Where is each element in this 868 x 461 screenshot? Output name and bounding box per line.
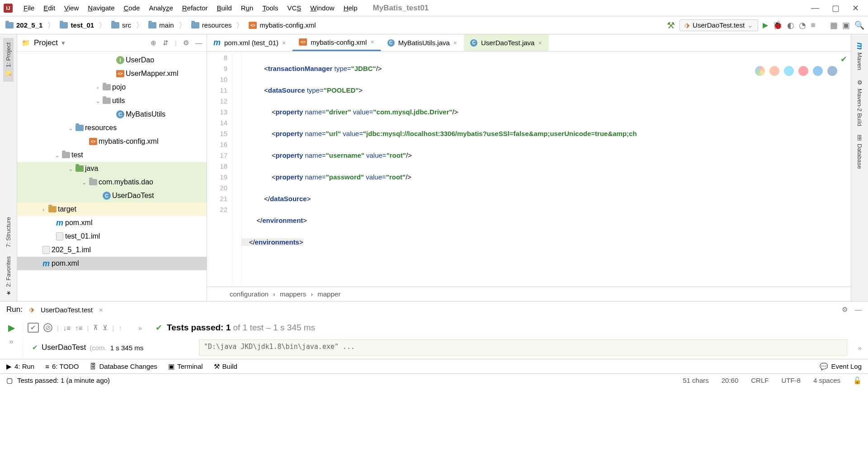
tree-iml[interactable]: test_01.iml: [17, 230, 207, 243]
run-anything-icon[interactable]: ▣: [842, 20, 850, 30]
search-icon[interactable]: 🔍: [854, 20, 864, 30]
tree-pom[interactable]: mpom.xml: [17, 216, 207, 230]
more-icon[interactable]: »: [852, 344, 868, 352]
tree-target[interactable]: ›target: [17, 202, 207, 216]
tab-database[interactable]: 🗄Database: [854, 131, 865, 174]
status-line-ending[interactable]: CRLF: [751, 376, 769, 385]
bottom-terminal[interactable]: ▣Terminal: [168, 362, 203, 371]
main-area: 📁1: Project 7: Structure ★2: Favorites 📁…: [0, 34, 868, 301]
up-icon[interactable]: ↑: [118, 324, 122, 332]
disable-icon[interactable]: ⊘: [43, 323, 52, 332]
menu-code[interactable]: Code: [119, 2, 145, 14]
menu-help[interactable]: Help: [339, 2, 362, 14]
menu-build[interactable]: Build: [212, 2, 236, 14]
breadcrumb: 202_5_1 〉 test_01 〉 src 〉 main 〉 resourc…: [4, 20, 318, 31]
tree-test-java[interactable]: ⌄java: [17, 162, 207, 175]
close-icon[interactable]: ✕: [852, 3, 859, 13]
bc-resources[interactable]: resources: [189, 20, 234, 30]
close-icon[interactable]: ×: [282, 39, 286, 47]
project-tree[interactable]: IUserDao <>UserMapper.xml ›pojo ⌄utils C…: [17, 52, 207, 301]
bottom-todo[interactable]: ≡6: TODO: [45, 362, 79, 370]
update-icon[interactable]: ▦: [830, 20, 838, 30]
profile-icon[interactable]: ◔: [799, 20, 806, 30]
menu-vcs[interactable]: VCS: [283, 2, 306, 14]
toolbar: 202_5_1 〉 test_01 〉 src 〉 main 〉 resourc…: [0, 16, 868, 34]
bc-module[interactable]: test_01: [58, 20, 96, 30]
bc-root[interactable]: 202_5_1: [4, 20, 44, 30]
status-encoding[interactable]: UTF-8: [781, 376, 801, 385]
tab-pom[interactable]: mpom.xml (test_01)×: [207, 34, 292, 51]
hide-icon[interactable]: —: [855, 306, 862, 314]
rerun-icon[interactable]: ▶: [8, 322, 15, 333]
tab-userdaotest[interactable]: CUserDaoTest.java×: [464, 34, 549, 51]
status-indent[interactable]: 4 spaces: [813, 376, 840, 385]
tree-mybatis-config[interactable]: <>mybatis-config.xml: [17, 135, 207, 148]
collapse-all-icon[interactable]: ⊻: [103, 324, 108, 332]
tab-project[interactable]: 📁1: Project: [3, 38, 14, 82]
run-config-selector[interactable]: ⬗UserDaoTest.test⌄: [679, 19, 758, 31]
expand-all-icon[interactable]: ⊼: [93, 324, 98, 332]
locate-icon[interactable]: ⊕: [151, 39, 156, 47]
menu-analyze[interactable]: Analyze: [144, 2, 177, 14]
gear-icon[interactable]: ⚙: [183, 39, 189, 47]
sort2-icon[interactable]: ↑≡: [75, 324, 82, 332]
close-icon[interactable]: ×: [99, 306, 103, 314]
code-content[interactable]: <transactionManager type="JDBC"/> <dataS…: [241, 52, 851, 287]
bottom-db[interactable]: 🗄Database Changes: [90, 362, 157, 370]
tree-resources[interactable]: ⌄resources: [17, 121, 207, 135]
tab-maven[interactable]: mMaven: [853, 38, 866, 75]
bottom-build[interactable]: ⚒Build: [214, 362, 237, 371]
menu-run[interactable]: Run: [236, 2, 258, 14]
tree-utils[interactable]: ⌄utils: [17, 94, 207, 108]
more-icon[interactable]: »: [9, 338, 14, 346]
build-icon[interactable]: ⚒: [667, 20, 675, 31]
menu-file[interactable]: File: [19, 2, 39, 14]
tree-userdao[interactable]: IUserDao: [17, 53, 207, 67]
menu-tools[interactable]: Tools: [258, 2, 283, 14]
tab-favorites[interactable]: ★2: Favorites: [3, 252, 14, 301]
status-pos[interactable]: 20:60: [722, 376, 739, 385]
run-output[interactable]: "D:\java JKD\jdk1.8\bin\java.exe" ...: [199, 339, 847, 356]
bc-file[interactable]: <>mybatis-config.xml: [247, 20, 317, 30]
code-area[interactable]: 8910111213141516171819202122 <transactio…: [207, 52, 851, 287]
tab-mybatis-config[interactable]: <>mybatis-config.xml×: [292, 34, 381, 51]
bottom-run[interactable]: ▶4: Run: [6, 362, 34, 371]
menu-refactor[interactable]: Refactor: [178, 2, 212, 14]
tree-pojo[interactable]: ›pojo: [17, 80, 207, 94]
close-icon[interactable]: ×: [453, 39, 457, 47]
tree-userdaotest[interactable]: CUserDaoTest: [17, 189, 207, 202]
hide-icon[interactable]: —: [195, 39, 202, 47]
maximize-icon[interactable]: ▢: [832, 3, 840, 13]
tree-test[interactable]: ⌄test: [17, 148, 207, 162]
tree-usermapper[interactable]: <>UserMapper.xml: [17, 67, 207, 80]
project-view-dropdown[interactable]: ▾: [61, 39, 65, 47]
bc-main[interactable]: main: [146, 20, 176, 30]
stop-icon[interactable]: ■: [811, 20, 816, 30]
menu-edit[interactable]: Edit: [39, 2, 60, 14]
minimize-icon[interactable]: —: [811, 3, 819, 13]
menu-navigate[interactable]: Navigate: [83, 2, 119, 14]
tree-root-pom[interactable]: mpom.xml: [17, 257, 207, 270]
fold-gutter[interactable]: [232, 52, 241, 287]
tree-test-pkg[interactable]: ⌄com.mybatis.dao: [17, 175, 207, 189]
menu-view[interactable]: View: [60, 2, 83, 14]
bottom-event-log[interactable]: 💬Event Log: [820, 362, 862, 371]
tree-mybatisutils[interactable]: CMyBatisUtils: [17, 108, 207, 121]
coverage-icon[interactable]: ◐: [787, 20, 794, 30]
debug-icon[interactable]: 🐞: [773, 20, 783, 30]
lock-icon[interactable]: 🔓: [853, 376, 862, 385]
window-icon[interactable]: ▢: [6, 376, 13, 385]
close-icon[interactable]: ×: [370, 38, 374, 46]
close-icon[interactable]: ×: [538, 39, 542, 47]
check-icon[interactable]: ✔: [28, 323, 39, 333]
menu-window[interactable]: Window: [306, 2, 339, 14]
gear-icon[interactable]: ⚙: [842, 306, 848, 314]
bc-src[interactable]: src: [109, 20, 133, 30]
expand-icon[interactable]: ⇵: [163, 39, 169, 47]
tree-root-iml[interactable]: 202_5_1.iml: [17, 243, 207, 257]
tab-structure[interactable]: 7: Structure: [3, 212, 14, 252]
run-icon[interactable]: ▶: [763, 21, 768, 29]
tab-mybatisutils[interactable]: CMyBatisUtils.java×: [381, 34, 464, 51]
sort-icon[interactable]: ↓≡: [63, 324, 71, 332]
tab-maven-build[interactable]: ⚙Maven-2 Build: [854, 75, 865, 131]
